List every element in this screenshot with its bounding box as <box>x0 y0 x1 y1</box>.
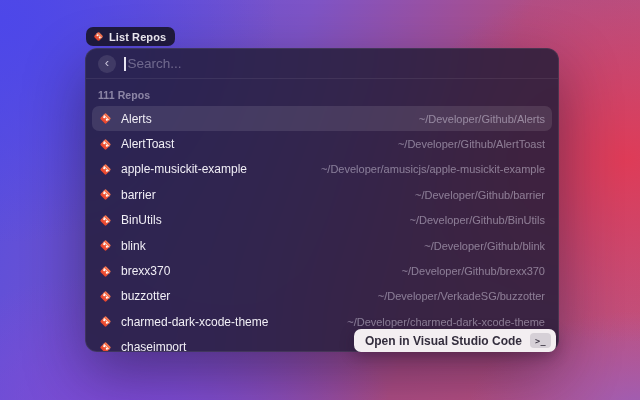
desktop-wallpaper: List Repos ‹ Search... 111 Repos <box>0 0 640 400</box>
repo-name: charmed-dark-xcode-theme <box>121 315 268 329</box>
repo-row[interactable]: brexx370 ~/Developer/Github/brexx370 <box>92 258 552 283</box>
repo-name: blink <box>121 239 146 253</box>
git-repo-icon <box>99 214 112 227</box>
git-repo-icon <box>99 315 112 328</box>
repo-name: barrier <box>121 188 156 202</box>
repo-name: apple-musickit-example <box>121 162 247 176</box>
search-placeholder: Search... <box>128 56 182 71</box>
repo-name: Alerts <box>121 112 152 126</box>
open-in-vscode-action[interactable]: Open in Visual Studio Code >_ <box>354 329 556 352</box>
repo-name: buzzotter <box>121 289 170 303</box>
launcher-window: ‹ Search... 111 Repos <box>85 48 559 352</box>
repo-path: ~/Developer/Github/AlertToast <box>398 138 545 150</box>
repo-row[interactable]: barrier ~/Developer/Github/barrier <box>92 182 552 207</box>
action-label: Open in Visual Studio Code <box>365 334 522 348</box>
git-repo-icon <box>99 112 112 125</box>
command-badge[interactable]: List Repos <box>86 27 175 46</box>
chevron-left-icon: ‹ <box>105 55 109 71</box>
back-button[interactable]: ‹ <box>98 55 116 73</box>
repo-row[interactable]: apple-musickit-example ~/Developer/amusi… <box>92 157 552 182</box>
repo-list-section: 111 Repos Alerts ~/Developer/Github/Aler… <box>86 79 558 352</box>
repo-name: BinUtils <box>121 213 162 227</box>
git-repo-icon <box>99 163 112 176</box>
search-bar: ‹ Search... <box>86 49 558 79</box>
git-repo-icon <box>99 188 112 201</box>
git-repo-icon <box>99 239 112 252</box>
repo-row[interactable]: BinUtils ~/Developer/Github/BinUtils <box>92 208 552 233</box>
search-input[interactable]: Search... <box>124 49 546 78</box>
git-repo-icon <box>93 31 104 42</box>
repo-name: AlertToast <box>121 137 174 151</box>
git-repo-icon <box>99 265 112 278</box>
text-caret <box>124 57 126 71</box>
repo-path: ~/Developer/VerkadeSG/buzzotter <box>378 290 545 302</box>
repo-path: ~/Developer/Github/Alerts <box>419 113 545 125</box>
repo-row[interactable]: Alerts ~/Developer/Github/Alerts <box>92 106 552 131</box>
repo-row[interactable]: AlertToast ~/Developer/Github/AlertToast <box>92 131 552 156</box>
repo-name: brexx370 <box>121 264 170 278</box>
git-repo-icon <box>99 341 112 352</box>
repo-path: ~/Developer/charmed-dark-xcode-theme <box>347 316 545 328</box>
repo-list: Alerts ~/Developer/Github/Alerts AlertTo… <box>92 106 552 352</box>
section-header: 111 Repos <box>92 89 552 106</box>
repo-path: ~/Developer/Github/BinUtils <box>410 214 545 226</box>
git-repo-icon <box>99 290 112 303</box>
repo-path: ~/Developer/Github/brexx370 <box>402 265 545 277</box>
repo-path: ~/Developer/Github/barrier <box>415 189 545 201</box>
git-repo-icon <box>99 138 112 151</box>
repo-path: ~/Developer/Github/blink <box>424 240 545 252</box>
repo-name: chaseimport <box>121 340 186 352</box>
repo-row[interactable]: blink ~/Developer/Github/blink <box>92 233 552 258</box>
repo-path: ~/Developer/amusicjs/apple-musickit-exam… <box>321 163 545 175</box>
terminal-prompt-icon: >_ <box>530 333 551 348</box>
repo-row[interactable]: buzzotter ~/Developer/VerkadeSG/buzzotte… <box>92 284 552 309</box>
command-badge-label: List Repos <box>109 31 166 43</box>
